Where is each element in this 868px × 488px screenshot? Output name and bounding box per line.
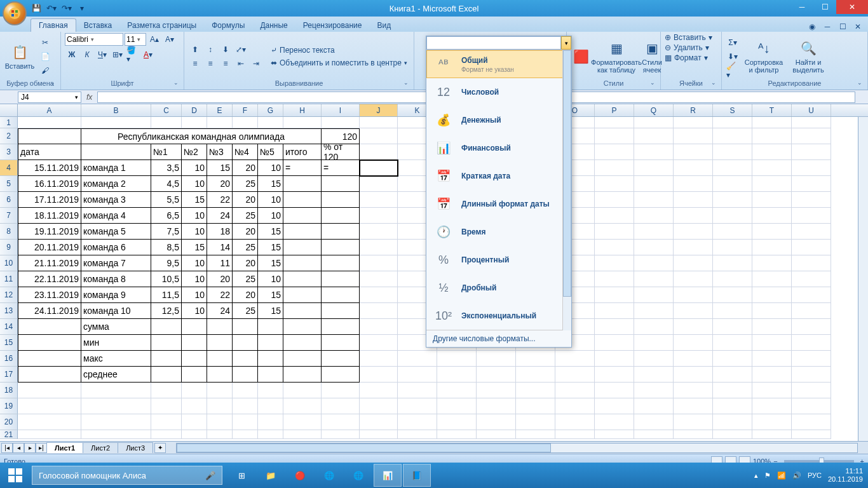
cell-J10[interactable]: [360, 255, 398, 271]
cell-T2[interactable]: [752, 128, 792, 144]
tb-chrome2-icon[interactable]: 🌐: [344, 464, 372, 487]
cell-F20[interactable]: [233, 414, 258, 430]
cell-U19[interactable]: [792, 398, 831, 414]
cell-G11[interactable]: 10: [258, 271, 283, 287]
cell-Q7[interactable]: [634, 208, 674, 224]
cell-A2[interactable]: [18, 128, 81, 144]
row-header-7[interactable]: 7: [0, 208, 18, 224]
cell-F19[interactable]: [233, 398, 258, 414]
cell-T11[interactable]: [752, 271, 792, 287]
col-header-S[interactable]: S: [713, 104, 752, 116]
cell-N17[interactable]: [516, 367, 555, 383]
cell-P18[interactable]: [595, 383, 634, 398]
col-header-A[interactable]: A: [18, 104, 81, 116]
cell-U15[interactable]: [792, 335, 831, 351]
cell-U10[interactable]: [792, 255, 831, 271]
cell-R10[interactable]: [674, 255, 713, 271]
cell-O18[interactable]: [555, 383, 595, 398]
align-middle-icon[interactable]: ↕: [203, 43, 217, 56]
cell-A5[interactable]: 16.11.2019: [18, 176, 81, 192]
cell-J12[interactable]: [360, 287, 398, 303]
cell-C7[interactable]: 6,5: [151, 208, 182, 224]
underline-icon[interactable]: Ч▾: [95, 48, 109, 61]
cell-S6[interactable]: [713, 192, 752, 208]
tb-taskview-icon[interactable]: ⊞: [227, 464, 255, 487]
cell-G9[interactable]: 15: [258, 240, 283, 255]
cell-C21[interactable]: [151, 430, 182, 439]
cell-C8[interactable]: 7,5: [151, 224, 182, 240]
cell-R17[interactable]: [674, 367, 713, 383]
cell-G14[interactable]: [258, 319, 283, 335]
cell-R9[interactable]: [674, 240, 713, 255]
cell-C4[interactable]: 3,5: [151, 160, 182, 176]
col-header-C[interactable]: C: [151, 104, 182, 116]
cell-A20[interactable]: [18, 414, 81, 430]
cell-P12[interactable]: [595, 287, 634, 303]
tray-lang[interactable]: РУС: [808, 471, 822, 479]
cell-L16[interactable]: [437, 351, 477, 367]
cell-G1[interactable]: [258, 117, 283, 128]
cell-I20[interactable]: [322, 414, 360, 430]
cell-A3[interactable]: дата: [18, 144, 81, 160]
cell-I3[interactable]: % от 120: [322, 144, 360, 160]
cell-T16[interactable]: [752, 351, 792, 367]
cell-A7[interactable]: 18.11.2019: [18, 208, 81, 224]
cell-K17[interactable]: [398, 367, 437, 383]
cell-R4[interactable]: [674, 160, 713, 176]
cell-D11[interactable]: 10: [182, 271, 207, 287]
cell-J2[interactable]: [360, 128, 398, 144]
cell-H19[interactable]: [283, 398, 322, 414]
indent-dec-icon[interactable]: ⇤: [234, 57, 248, 70]
row-header-14[interactable]: 14: [0, 319, 18, 335]
cell-O21[interactable]: [555, 430, 595, 439]
cell-A19[interactable]: [18, 398, 81, 414]
cell-Q8[interactable]: [634, 224, 674, 240]
cell-I12[interactable]: [322, 287, 360, 303]
cell-C14[interactable]: [151, 319, 182, 335]
cell-R13[interactable]: [674, 303, 713, 319]
cell-T9[interactable]: [752, 240, 792, 255]
cell-I18[interactable]: [322, 383, 360, 398]
format-option-3[interactable]: 📊Финансовый: [426, 134, 571, 162]
row-header-15[interactable]: 15: [0, 335, 18, 351]
cell-L18[interactable]: [437, 383, 477, 398]
insert-cells-button[interactable]: ⊕ Вставить▾: [665, 33, 712, 42]
cell-R5[interactable]: [674, 176, 713, 192]
cell-J20[interactable]: [360, 414, 398, 430]
cell-C17[interactable]: [151, 367, 182, 383]
cell-H3[interactable]: итого: [283, 144, 322, 160]
col-header-R[interactable]: R: [674, 104, 713, 116]
format-option-2[interactable]: 💰Денежный: [426, 106, 571, 134]
cell-U16[interactable]: [792, 351, 831, 367]
office-button[interactable]: [3, 1, 27, 25]
cell-N19[interactable]: [516, 398, 555, 414]
cell-A18[interactable]: [18, 383, 81, 398]
cell-S20[interactable]: [713, 414, 752, 430]
cell-U18[interactable]: [792, 383, 831, 398]
ribbon-minimize-icon[interactable]: ─: [822, 22, 832, 32]
cell-E3[interactable]: №3: [207, 144, 233, 160]
cell-M18[interactable]: [477, 383, 516, 398]
cell-F12[interactable]: 20: [233, 287, 258, 303]
indent-inc-icon[interactable]: ⇥: [249, 57, 263, 70]
format-option-0[interactable]: ᴬᴮОбщийФормат не указан: [426, 50, 571, 78]
cut-icon[interactable]: ✂: [38, 36, 52, 49]
number-format-input[interactable]: [426, 36, 561, 50]
maximize-button[interactable]: ☐: [813, 0, 836, 14]
cell-J14[interactable]: [360, 319, 398, 335]
cell-J17[interactable]: [360, 367, 398, 383]
cell-F11[interactable]: 25: [233, 271, 258, 287]
row-header-4[interactable]: 4: [0, 160, 18, 176]
cell-T5[interactable]: [752, 176, 792, 192]
cell-E7[interactable]: 24: [207, 208, 233, 224]
cell-P11[interactable]: [595, 271, 634, 287]
cell-E15[interactable]: [207, 335, 233, 351]
cell-Q11[interactable]: [634, 271, 674, 287]
cell-E17[interactable]: [207, 367, 233, 383]
cell-C15[interactable]: [151, 335, 182, 351]
cell-B4[interactable]: команда 1: [81, 160, 151, 176]
cell-C18[interactable]: [151, 383, 182, 398]
popup-scrollbar[interactable]: [562, 50, 571, 330]
cell-B1[interactable]: [81, 117, 151, 128]
cell-S15[interactable]: [713, 335, 752, 351]
